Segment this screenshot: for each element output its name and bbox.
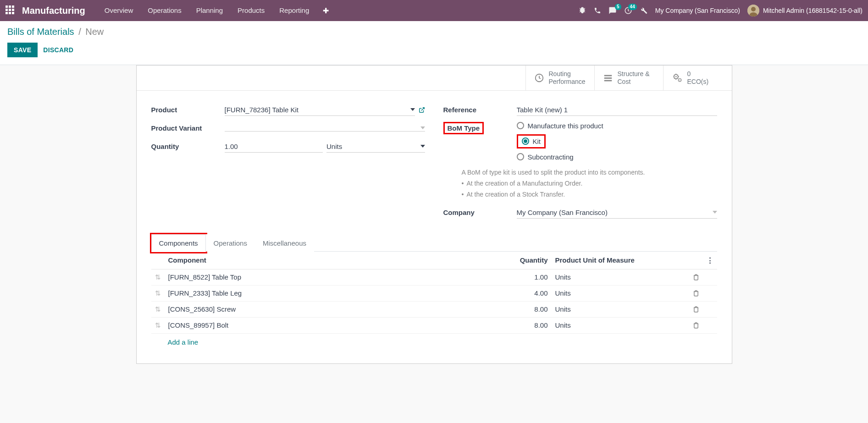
stat-line1: Routing [549,70,586,78]
stat-structure-cost[interactable]: Structure & Cost [594,66,663,90]
table-row[interactable]: ⇅[FURN_2333] Table Leg4.00Units [151,285,717,301]
messages-icon[interactable]: 5 [608,6,617,15]
delete-row-icon[interactable] [689,285,703,301]
cell-quantity[interactable]: 1.00 [506,269,552,285]
table-row[interactable]: ⇅[CONS_89957] Bolt8.00Units [151,317,717,333]
product-select[interactable]: [FURN_78236] Table Kit [225,104,415,116]
user-menu[interactable]: Mitchell Admin (16881542-15-0-all) [747,5,862,16]
radio-manufacture[interactable]: Manufacture this product [517,122,717,130]
phone-icon[interactable] [594,7,601,14]
radio-icon [517,153,524,160]
optional-columns-icon[interactable]: ⋮ [703,252,717,269]
breadcrumb-current: New [85,27,104,37]
stat-line1: Structure & [618,70,650,78]
stat-line2: ECO(s) [687,78,709,86]
drag-handle-icon[interactable]: ⇅ [151,317,165,333]
cell-component[interactable]: [CONS_25630] Screw [165,301,506,317]
tools-icon[interactable] [640,6,648,15]
tab-components[interactable]: Components [151,234,206,252]
stat-line2: Performance [549,78,586,86]
stat-line2: Cost [618,78,650,86]
delete-row-icon[interactable] [689,269,703,285]
radio-icon [522,137,529,145]
help-intro: A BoM of type kit is used to split the p… [462,167,717,177]
stat-button-box: Routing Performance Structure & Cost 0 [137,66,732,91]
cell-uom[interactable]: Units [552,301,689,317]
label-variant: Product Variant [151,124,225,132]
drag-handle-icon[interactable]: ⇅ [151,301,165,317]
tab-miscellaneous[interactable]: Miscellaneous [255,234,314,252]
stat-ecos[interactable]: 0 ECO(s) [663,66,732,90]
notebook-tabs: Components Operations Miscellaneous [151,234,717,252]
menu-add-icon[interactable]: ✚ [317,2,334,20]
cell-quantity[interactable]: 8.00 [506,317,552,333]
menu-reporting[interactable]: Reporting [273,2,315,20]
external-link-icon[interactable] [419,107,425,113]
cell-component[interactable]: [CONS_89957] Bolt [165,317,506,333]
th-component[interactable]: Component [165,252,506,269]
th-uom[interactable]: Product Unit of Measure [552,252,689,269]
svg-rect-2 [12,5,14,8]
uom-select[interactable]: Units [326,141,425,153]
radio-kit[interactable]: Kit [522,136,541,147]
breadcrumb: Bills of Materials / New [7,27,861,37]
chevron-down-icon [410,108,415,111]
svg-rect-4 [9,9,11,11]
company-switcher[interactable]: My Company (San Francisco) [655,7,740,14]
stat-line1: 0 [687,70,709,78]
delete-row-icon[interactable] [689,301,703,317]
avatar [747,5,759,16]
cell-quantity[interactable]: 4.00 [506,285,552,301]
radio-subcontracting[interactable]: Subcontracting [517,153,717,161]
add-line-link[interactable]: Add a line [151,334,717,351]
svg-rect-6 [6,12,8,14]
save-button[interactable]: SAVE [7,43,38,57]
menu-planning[interactable]: Planning [190,2,229,20]
app-brand[interactable]: Manufacturing [22,5,85,16]
quantity-input[interactable] [225,141,323,153]
activities-icon[interactable]: 44 [624,6,632,15]
top-nav: Manufacturing Overview Operations Planni… [0,0,868,21]
tab-operations[interactable]: Operations [206,234,255,252]
svg-rect-5 [12,9,14,11]
uom-value: Units [326,143,342,150]
reference-input[interactable] [517,104,717,116]
delete-row-icon[interactable] [689,317,703,333]
breadcrumb-sep: / [78,27,81,37]
cell-quantity[interactable]: 8.00 [506,301,552,317]
table-row[interactable]: ⇅[CONS_25630] Screw8.00Units [151,301,717,317]
menu-overview[interactable]: Overview [98,2,140,20]
cell-uom[interactable]: Units [552,317,689,333]
menu-products[interactable]: Products [231,2,271,20]
svg-point-11 [751,7,756,11]
label-bom-type: BoM Type [443,122,517,134]
drag-handle-icon[interactable]: ⇅ [151,285,165,301]
user-name: Mitchell Admin (16881542-15-0-all) [763,7,862,14]
cell-uom[interactable]: Units [552,269,689,285]
discard-button[interactable]: DISCARD [43,46,73,54]
cell-component[interactable]: [FURN_8522] Table Top [165,269,506,285]
drag-handle-icon[interactable]: ⇅ [151,269,165,285]
activities-badge: 44 [628,4,637,10]
svg-rect-8 [12,12,14,14]
variant-select[interactable] [225,125,425,132]
cell-component[interactable]: [FURN_2333] Table Leg [165,285,506,301]
components-table: Component Quantity Product Unit of Measu… [151,252,717,334]
messages-badge: 5 [615,4,621,10]
th-quantity[interactable]: Quantity [506,252,552,269]
svg-rect-7 [9,12,11,14]
company-select[interactable]: My Company (San Francisco) [517,207,717,219]
form-sheet: Routing Performance Structure & Cost 0 [136,65,732,364]
breadcrumb-parent[interactable]: Bills of Materials [7,27,74,37]
apps-icon[interactable] [6,5,16,16]
radio-label: Subcontracting [528,153,574,161]
table-row[interactable]: ⇅[FURN_8522] Table Top1.00Units [151,269,717,285]
systray: 5 44 My Company (San Francisco) Mitchell… [578,5,862,16]
svg-rect-0 [6,5,8,8]
debug-icon[interactable] [578,6,586,15]
menu-operations[interactable]: Operations [141,2,188,20]
help-bullet: At the creation of a Manufacturing Order… [462,178,717,188]
cell-uom[interactable]: Units [552,285,689,301]
svg-rect-15 [604,77,612,79]
stat-routing-performance[interactable]: Routing Performance [525,66,594,90]
